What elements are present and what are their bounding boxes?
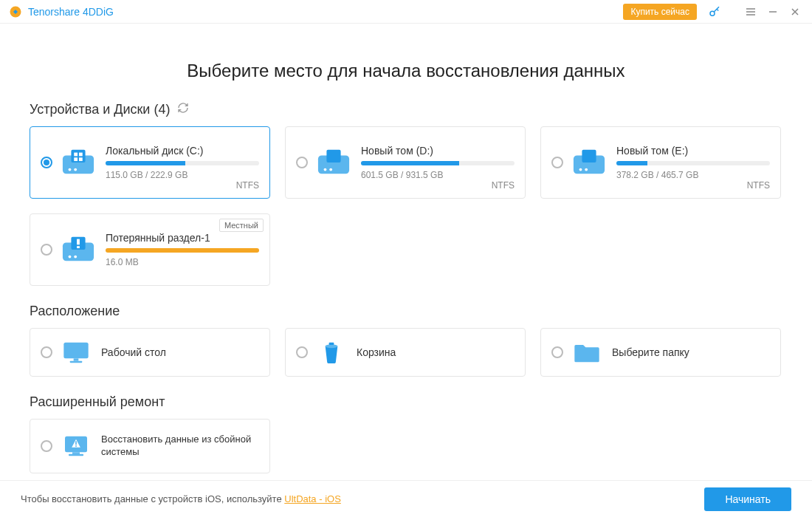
filesystem-label: NTFS — [236, 180, 259, 191]
svg-rect-30 — [72, 452, 80, 454]
svg-rect-13 — [326, 150, 340, 162]
svg-point-3 — [69, 168, 72, 171]
close-button[interactable] — [784, 1, 806, 23]
footer: Чтобы восстановить данные с устройств iO… — [0, 480, 812, 517]
footer-text: Чтобы восстановить данные с устройств iO… — [21, 493, 341, 504]
usage-bar — [106, 161, 259, 165]
drive-card-1[interactable]: Новый том (D:)601.5 GB / 931.5 GBNTFS — [285, 126, 526, 199]
svg-rect-5 — [71, 150, 85, 162]
app-name: Tenorshare 4DDiG — [28, 6, 114, 18]
drive-card-2[interactable]: Новый том (E:)378.2 GB / 465.7 GBNTFS — [540, 126, 781, 199]
drive-name: Новый том (E:) — [616, 145, 770, 157]
svg-rect-17 — [582, 150, 596, 162]
license-key-button[interactable] — [704, 1, 725, 22]
svg-point-19 — [69, 256, 72, 258]
svg-rect-24 — [63, 343, 88, 359]
radio-drive-1[interactable] — [296, 157, 308, 168]
filesystem-label: NTFS — [492, 180, 515, 191]
svg-rect-32 — [75, 441, 77, 445]
svg-rect-6 — [74, 153, 78, 157]
page-title: Выберите место для начала восстановления… — [30, 61, 782, 81]
filesystem-label: NTFS — [747, 180, 770, 191]
drive-size: 601.5 GB / 931.5 GB — [361, 170, 515, 180]
svg-rect-22 — [77, 239, 80, 245]
usage-bar — [106, 248, 259, 253]
svg-point-20 — [74, 256, 77, 258]
location-label: Выберите папку — [612, 346, 689, 358]
advanced-section-header: Расширенный ремонт — [30, 394, 782, 410]
svg-point-11 — [324, 168, 327, 171]
svg-rect-28 — [329, 343, 334, 345]
main-content: Выберите место для начала восстановления… — [0, 24, 812, 480]
radio-drive-3[interactable] — [41, 244, 52, 256]
drive-name: Потерянный раздел-1 — [106, 232, 259, 244]
start-button[interactable]: Начинать — [704, 487, 791, 511]
radio-drive-2[interactable] — [551, 157, 563, 168]
buy-now-button[interactable]: Купить сейчас — [623, 4, 697, 20]
svg-point-4 — [74, 168, 77, 171]
usage-bar — [361, 161, 515, 165]
locations-label: Расположение — [30, 304, 120, 319]
drive-name: Локальный диск (C:) — [106, 145, 259, 157]
svg-point-12 — [329, 168, 332, 171]
radio-location-2[interactable] — [551, 346, 563, 358]
svg-rect-23 — [77, 246, 80, 248]
drives-count: (4) — [154, 102, 170, 117]
svg-rect-25 — [74, 358, 79, 360]
radio-location-1[interactable] — [296, 346, 308, 358]
radio-advanced[interactable] — [41, 440, 52, 452]
svg-rect-31 — [69, 454, 83, 456]
advanced-recovery-label: Восстановить данные из сбойной системы — [101, 434, 259, 459]
svg-rect-7 — [79, 153, 83, 157]
advanced-grid: Восстановить данные из сбойной системы — [30, 419, 782, 473]
svg-rect-9 — [79, 157, 83, 161]
drives-section-header: Устройства и Диски (4) — [30, 102, 782, 117]
minimize-button[interactable] — [762, 1, 784, 23]
location-card-folder[interactable]: Выберите папку — [540, 328, 781, 377]
advanced-label: Расширенный ремонт — [30, 394, 165, 410]
location-label: Рабочий стол — [101, 346, 166, 358]
svg-point-15 — [579, 168, 582, 171]
refresh-button[interactable] — [177, 102, 189, 117]
drive-size: 16.0 MB — [106, 257, 259, 267]
key-icon — [708, 5, 721, 18]
app-logo-icon — [9, 5, 22, 18]
refresh-icon — [177, 102, 189, 114]
svg-rect-33 — [75, 445, 77, 447]
ultdata-link[interactable]: UltData - iOS — [284, 493, 341, 504]
drive-card-0[interactable]: Локальный диск (C:)115.0 GB / 222.9 GBNT… — [30, 126, 270, 199]
drive-size: 378.2 GB / 465.7 GB — [616, 170, 770, 180]
drive-size: 115.0 GB / 222.9 GB — [106, 170, 259, 180]
drive-card-3[interactable]: Потерянный раздел-116.0 MBМестный — [30, 213, 270, 286]
svg-rect-26 — [70, 361, 83, 363]
usage-bar — [616, 161, 770, 165]
minimize-icon — [768, 7, 778, 17]
titlebar: Tenorshare 4DDiG Купить сейчас — [0, 0, 812, 24]
hamburger-icon — [746, 7, 756, 17]
drives-label: Устройства и Диски — [30, 102, 150, 117]
drive-tag: Местный — [219, 219, 264, 232]
crash-recovery-icon — [61, 433, 91, 459]
menu-button[interactable] — [740, 1, 762, 23]
radio-location-0[interactable] — [41, 346, 52, 358]
locations-grid: Рабочий столКорзинаВыберите папку — [30, 328, 782, 377]
drive-name: Новый том (D:) — [361, 145, 515, 157]
svg-point-16 — [585, 168, 588, 171]
drives-grid: Локальный диск (C:)115.0 GB / 222.9 GBNT… — [30, 126, 782, 286]
location-card-desktop[interactable]: Рабочий стол — [30, 328, 270, 377]
locations-section-header: Расположение — [30, 304, 782, 319]
svg-point-1 — [710, 11, 715, 16]
location-card-trash[interactable]: Корзина — [285, 328, 526, 377]
location-label: Корзина — [357, 346, 396, 358]
advanced-recovery-card[interactable]: Восстановить данные из сбойной системы — [30, 419, 270, 473]
svg-rect-8 — [74, 157, 78, 161]
radio-drive-0[interactable] — [41, 157, 52, 168]
close-icon — [790, 7, 800, 17]
